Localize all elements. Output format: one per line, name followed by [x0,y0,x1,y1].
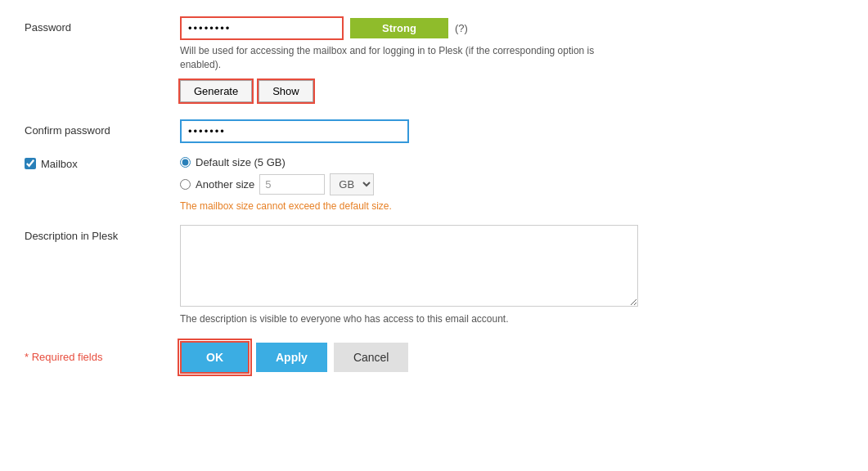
ok-button[interactable]: OK [180,341,250,374]
generate-button[interactable]: Generate [180,80,252,102]
confirm-password-input[interactable] [180,119,409,143]
description-label: Description in Plesk [25,225,180,242]
password-hint: Will be used for accessing the mailbox a… [180,44,630,72]
mailbox-row: Mailbox Default size (5 GB) Another size… [25,156,843,212]
cancel-button[interactable]: Cancel [334,343,409,372]
another-size-option: Another size MB GB [180,173,843,195]
password-content: Strong (?) Will be used for accessing th… [180,16,843,106]
action-row: * Required fields OK Apply Cancel [25,341,843,374]
password-row: Password Strong (?) Will be used for acc… [25,16,843,106]
action-buttons: OK Apply Cancel [180,341,408,374]
description-hint: The description is visible to everyone w… [180,313,843,325]
strength-label: Strong [382,22,416,34]
another-size-radio[interactable] [180,179,191,190]
confirm-password-content [180,119,843,143]
default-size-radio[interactable] [180,157,191,168]
size-inputs: MB GB [259,173,374,195]
description-textarea[interactable] [180,225,638,307]
another-size-label: Another size [196,178,254,191]
mailbox-checkbox[interactable] [25,158,36,169]
default-size-option: Default size (5 GB) [180,156,843,168]
required-label-text: * Required fields [25,351,102,363]
description-hint-text: The description is visible to everyone w… [180,313,509,325]
description-content: The description is visible to everyone w… [180,225,843,325]
password-input-row: Strong (?) [180,16,843,40]
mailbox-label-text: Mailbox [41,158,78,170]
confirm-password-row: Confirm password [25,119,843,143]
password-label: Password [25,16,180,34]
mailbox-warning-text: The mailbox size cannot exceed the defau… [180,200,392,212]
help-icon[interactable]: (?) [455,22,468,34]
default-size-label: Default size (5 GB) [196,156,286,168]
mailbox-warning: The mailbox size cannot exceed the defau… [180,200,843,212]
confirm-password-label: Confirm password [25,119,180,137]
required-label: * Required fields [25,351,180,363]
apply-button[interactable]: Apply [256,343,327,372]
description-row: Description in Plesk The description is … [25,225,843,325]
password-label-text: Password [25,21,71,34]
strength-indicator: Strong [350,18,448,38]
size-value-input[interactable] [259,174,325,195]
confirm-label-text: Confirm password [25,124,110,137]
mailbox-label: Mailbox [25,156,180,170]
mailbox-options: Default size (5 GB) Another size MB GB T… [180,156,843,212]
description-label-text: Description in Plesk [25,230,118,242]
password-hint-text: Will be used for accessing the mailbox a… [180,45,594,70]
size-unit-select[interactable]: MB GB [330,173,374,195]
show-button[interactable]: Show [259,80,313,102]
password-input[interactable] [180,16,344,40]
password-action-buttons: Generate Show [180,80,843,102]
